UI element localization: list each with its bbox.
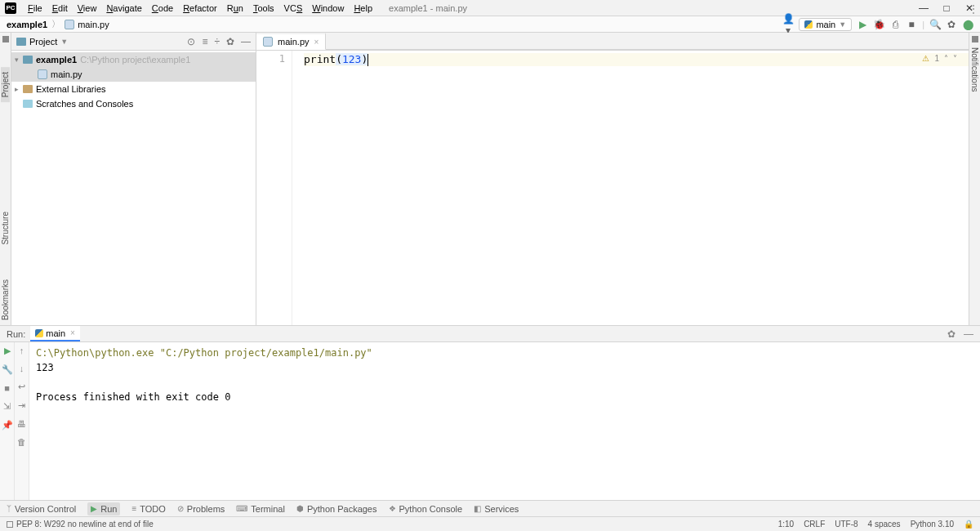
wrench-icon[interactable]: 🔧: [2, 364, 13, 375]
menu-tools[interactable]: Tools: [250, 2, 278, 15]
tool-python-console[interactable]: ❖Python Console: [389, 504, 463, 514]
editor-more-icon[interactable]: ⋮: [969, 3, 978, 15]
left-tool-gutter: Project Structure Bookmarks: [0, 33, 11, 325]
down-icon[interactable]: ↓: [20, 364, 24, 373]
run-config-selector[interactable]: main ▼: [799, 18, 852, 31]
menu-vcs[interactable]: VCS: [281, 2, 306, 15]
run-toolbar-secondary: ↑ ↓ ↩ ⇥ 🖶 🗑: [15, 342, 29, 500]
run-console[interactable]: C:\Python\python.exe "C:/Python project/…: [29, 342, 980, 500]
prev-highlight-icon[interactable]: ˄: [944, 54, 948, 63]
python-file-icon: [38, 69, 47, 79]
bottom-tool-strip: ᛉVersion Control ▶Run ≡TODO ⊘Problems ⌨T…: [0, 500, 980, 516]
tree-root-path: C:\Python project\example1: [80, 55, 190, 65]
hide-run-panel-icon[interactable]: —: [964, 328, 973, 340]
breadcrumb-project[interactable]: example1: [7, 20, 47, 29]
expand-all-icon[interactable]: ≡: [202, 36, 207, 47]
right-tool-gutter: Notifications: [969, 33, 980, 325]
code-editor[interactable]: 1 print(123) ⚠ 1 ˄ ˅: [256, 51, 969, 325]
editor-inspection-widget[interactable]: ⚠ 1 ˄ ˅: [922, 54, 957, 63]
status-line-separator[interactable]: CRLF: [804, 520, 825, 529]
tool-problems[interactable]: ⊘Problems: [177, 504, 225, 514]
menu-file[interactable]: File: [24, 2, 46, 15]
close-run-tab-icon[interactable]: ×: [70, 328, 75, 337]
menu-edit[interactable]: Edit: [49, 2, 71, 15]
status-indent[interactable]: 4 spaces: [868, 520, 901, 529]
status-caret-position[interactable]: 1:10: [778, 520, 794, 529]
run-panel-label: Run:: [7, 329, 25, 339]
menu-navigate[interactable]: Navigate: [103, 2, 145, 15]
minimize-icon[interactable]: —: [918, 2, 929, 14]
tree-scratches-label: Scratches and Consoles: [36, 99, 133, 109]
status-encoding[interactable]: UTF-8: [835, 520, 858, 529]
next-highlight-icon[interactable]: ˅: [953, 54, 957, 63]
breadcrumb-file[interactable]: main.py: [78, 20, 109, 29]
hide-panel-icon[interactable]: —: [241, 36, 251, 47]
collapse-all-icon[interactable]: ÷: [214, 36, 220, 47]
maximize-icon[interactable]: □: [941, 2, 952, 14]
pin-icon[interactable]: 📌: [2, 420, 13, 431]
python-file-icon: [263, 37, 273, 47]
tool-todo[interactable]: ≡TODO: [131, 504, 165, 514]
console-exit-message: Process finished with exit code 0: [36, 390, 973, 404]
tree-extlib-label: External Libraries: [36, 84, 106, 94]
warning-icon: ⚠: [922, 54, 929, 63]
tab-project[interactable]: Project: [1, 67, 10, 102]
tab-structure[interactable]: Structure: [1, 207, 10, 250]
stop-run-icon[interactable]: ■: [4, 383, 10, 393]
tree-project-root[interactable]: ▾ example1 C:\Python project\example1: [11, 52, 256, 67]
menu-run[interactable]: Run: [224, 2, 247, 15]
scroll-end-icon[interactable]: ⇥: [18, 400, 25, 411]
tree-scratches[interactable]: Scratches and Consoles: [11, 96, 256, 111]
menu-view[interactable]: View: [74, 2, 100, 15]
layout-icon[interactable]: ⇲: [3, 401, 11, 412]
rerun-icon[interactable]: ▶: [4, 346, 11, 356]
editor-tab-main[interactable]: main.py ×: [256, 33, 326, 50]
tab-notifications[interactable]: Notifications: [970, 42, 979, 96]
up-icon[interactable]: ↑: [20, 346, 24, 355]
status-interpreter[interactable]: Python 3.10: [911, 520, 954, 529]
console-output: 123: [36, 360, 973, 375]
notifications-tool-icon[interactable]: [972, 36, 978, 42]
clear-icon[interactable]: 🗑: [17, 437, 26, 447]
tree-file-main[interactable]: main.py: [11, 67, 256, 82]
stop-button[interactable]: ■: [906, 19, 917, 30]
tool-version-control[interactable]: ᛉVersion Control: [7, 504, 76, 514]
line-number: 1: [256, 53, 285, 65]
menu-code[interactable]: Code: [149, 2, 176, 15]
readonly-lock-icon[interactable]: 🔒: [964, 520, 973, 529]
status-ok-icon[interactable]: ⬤: [962, 19, 973, 30]
run-settings-icon[interactable]: ✿: [947, 328, 956, 340]
project-tree[interactable]: ▾ example1 C:\Python project\example1 ma…: [11, 51, 256, 325]
library-icon: [23, 85, 33, 93]
status-toggle-icon[interactable]: [7, 521, 13, 528]
debug-button[interactable]: 🐞: [873, 19, 884, 30]
project-view-dropdown[interactable]: ▼: [60, 38, 68, 46]
print-icon[interactable]: 🖶: [17, 419, 26, 429]
menu-help[interactable]: Help: [350, 2, 376, 15]
code-token-func: print: [304, 53, 336, 65]
tool-python-packages[interactable]: ⬢Python Packages: [296, 504, 377, 514]
settings-icon[interactable]: ✿: [946, 19, 957, 30]
project-view-icon: [16, 38, 26, 46]
panel-settings-icon[interactable]: ✿: [226, 36, 234, 47]
run-tool-window: Run: main × ✿ — ▶ 🔧 ■ ⇲ 📌 ↑ ↓ ↩: [0, 325, 980, 500]
tool-terminal[interactable]: ⌨Terminal: [236, 504, 285, 514]
run-tab-main[interactable]: main ×: [30, 326, 80, 341]
run-button[interactable]: ▶: [857, 19, 868, 30]
tool-run[interactable]: ▶Run: [87, 502, 120, 515]
tool-services[interactable]: ◧Services: [474, 504, 519, 514]
menu-refactor[interactable]: Refactor: [180, 2, 220, 15]
menu-window[interactable]: Window: [309, 2, 347, 15]
coverage-icon[interactable]: ⎙: [889, 19, 901, 30]
search-everywhere-icon[interactable]: 🔍: [929, 19, 941, 30]
editor-tab-label: main.py: [278, 37, 310, 47]
tab-bookmarks[interactable]: Bookmarks: [1, 274, 10, 325]
window-title: example1 - main.py: [389, 3, 467, 13]
tree-external-libraries[interactable]: ▸ External Libraries: [11, 82, 256, 96]
soft-wrap-icon[interactable]: ↩: [18, 382, 25, 392]
python-icon: [804, 20, 813, 29]
project-tool-icon[interactable]: [2, 36, 9, 42]
select-opened-file-icon[interactable]: ⊙: [187, 36, 195, 47]
close-tab-icon[interactable]: ×: [314, 38, 319, 47]
breadcrumb[interactable]: example1 〉 main.py: [7, 18, 109, 30]
